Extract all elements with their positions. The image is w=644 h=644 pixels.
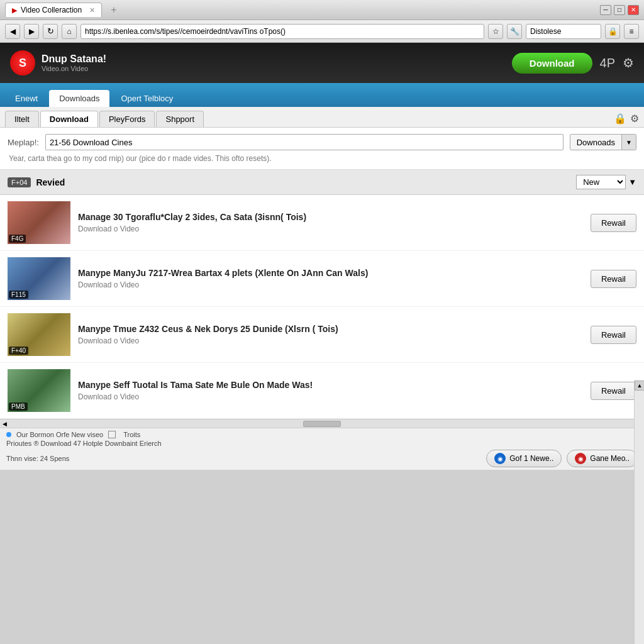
sub-tab-download[interactable]: Download <box>40 111 98 127</box>
status-dot <box>6 432 11 437</box>
header-right: Download 4P ⚙ <box>512 53 634 74</box>
sort-dropdown[interactable]: New Old Popular <box>576 175 626 189</box>
sub-tab-pleyFords[interactable]: PleyFords <box>99 111 155 127</box>
reward-button-3[interactable]: Rewail <box>591 326 636 344</box>
status-text-3: Thnn vise: 24 Spens <box>6 455 69 462</box>
tab-title: Video Colleraction <box>21 6 82 14</box>
status-text-1: Our Bormon Orfe New viseo <box>16 431 103 438</box>
thumb-badge-2: F115 <box>9 291 28 299</box>
status-checkbox[interactable] <box>108 431 116 438</box>
video-title-1: Manage 30 Tgoraflu*Clay 2 3ides, Ca Sata… <box>78 212 583 222</box>
table-row: PMB Manype Seff Tuotal Is Tama Sate Me B… <box>0 363 644 419</box>
h-scroll-left-btn[interactable]: ◀ <box>3 421 7 427</box>
thumb-badge-1: F4G <box>9 235 26 243</box>
bookmark-icon[interactable]: ☆ <box>488 24 503 39</box>
reward-button-4[interactable]: Rewail <box>591 382 636 400</box>
video-title-3: Manype Tmue Z432 Ceus & Nek Dorys 25 Dun… <box>78 324 583 334</box>
logo-icon: S <box>10 50 35 75</box>
video-action-3: Rewail <box>591 326 636 344</box>
sub-lock-icon[interactable]: 🔒 <box>614 113 626 125</box>
video-info-4: Manype Seff Tuotal Is Tama Sate Me Bule … <box>78 380 583 401</box>
video-thumbnail-1: F4G <box>8 201 70 244</box>
maximize-button[interactable]: □ <box>614 5 625 15</box>
playlist-input[interactable] <box>45 134 564 150</box>
app-name-sub: Video.on Video <box>42 65 106 72</box>
tab-opert[interactable]: Opert Telblocy <box>111 90 183 107</box>
refresh-button[interactable]: ↻ <box>43 24 58 39</box>
browser-titlebar: ▶ Video Colleraction ✕ + ─ □ ✕ <box>0 0 644 20</box>
new-tab-btn[interactable]: + <box>106 2 121 18</box>
minimize-button[interactable]: ─ <box>600 5 611 15</box>
titlebar-left: ▶ Video Colleraction ✕ + <box>5 2 122 18</box>
user-icon[interactable]: 4P <box>600 56 615 70</box>
scroll-track[interactable] <box>635 391 644 644</box>
results-sort: New Old Popular ▼ <box>576 175 636 189</box>
video-thumbnail-4: PMB <box>8 369 70 412</box>
playlist-label: Meplap!: <box>8 138 39 147</box>
lock-icon: 🔒 <box>605 24 620 39</box>
results-header-left: F+04 Revied <box>8 177 65 187</box>
status-btn-1-label: Gof 1 Newe.. <box>509 454 553 463</box>
playlist-dropdown-arrow[interactable]: ▼ <box>621 135 636 150</box>
horizontal-scrollbar[interactable]: ◀ ▶ <box>0 419 644 428</box>
video-info-2: Manype ManyJu 7217-Wrea Bartax 4 plets (… <box>78 268 583 289</box>
logo-text: S <box>19 57 26 70</box>
tab-icon: ▶ <box>12 6 17 14</box>
status-text-2: Prioutes ® Download 47 Hotple Downbaint … <box>6 440 162 447</box>
video-title-2: Manype ManyJu 7217-Wrea Bartax 4 plets (… <box>78 268 583 278</box>
video-thumbnail-2: F115 <box>8 257 70 300</box>
tab-enewt[interactable]: Enewt <box>5 90 48 107</box>
sub-tab-iltelt[interactable]: Iltelt <box>5 111 39 127</box>
app-logo: S Dnup Satana! Video.on Video <box>10 50 106 75</box>
status-row-2: Prioutes ® Download 47 Hotple Downbaint … <box>6 440 638 447</box>
app-header: S Dnup Satana! Video.on Video Download 4… <box>0 43 644 83</box>
scroll-up-button[interactable]: ▲ <box>635 380 644 391</box>
sub-tab-shpport[interactable]: Shpport <box>156 111 204 127</box>
table-row: F+40 Manype Tmue Z432 Ceus & Nek Dorys 2… <box>0 307 644 363</box>
window-controls: ─ □ ✕ <box>600 5 639 15</box>
app-name-main: Dnup Satana! <box>42 53 106 65</box>
sub-settings-icon[interactable]: ⚙ <box>630 113 639 125</box>
reward-button-2[interactable]: Rewail <box>591 270 636 288</box>
close-button[interactable]: ✕ <box>628 5 639 15</box>
menu-icon[interactable]: ≡ <box>624 24 639 39</box>
content-description: Year, carta thea go to my cod rnip) our … <box>8 154 636 163</box>
status-bar: Our Bormon Orfe New viseo Troits Prioute… <box>0 428 644 470</box>
back-button[interactable]: ◀ <box>5 24 20 39</box>
video-list: F4G Manage 30 Tgoraflu*Clay 2 3ides, Ca … <box>0 195 644 419</box>
browser-tab[interactable]: ▶ Video Colleraction ✕ <box>5 3 102 17</box>
extensions-icon[interactable]: 🔧 <box>507 24 522 39</box>
sub-nav: Iltelt Download PleyFords Shpport 🔒 ⚙ <box>0 107 644 128</box>
tab-close-icon[interactable]: ✕ <box>89 6 95 14</box>
browser-toolbar: ◀ ▶ ↻ ⌂ ☆ 🔧 🔒 ≡ <box>0 20 644 43</box>
main-download-button[interactable]: Download <box>512 53 592 74</box>
forward-button[interactable]: ▶ <box>24 24 39 39</box>
video-subtitle-1: Download o Video <box>78 225 583 233</box>
status-btn-2[interactable]: ◉ Gane Meo.. <box>567 450 638 467</box>
h-scroll-thumb[interactable] <box>303 421 341 427</box>
vertical-scrollbar[interactable]: ▲ ▼ <box>634 380 644 644</box>
video-action-1: Rewail <box>591 214 636 232</box>
settings-icon[interactable]: ⚙ <box>623 55 634 70</box>
playlist-dropdown[interactable]: Downoads ▼ <box>570 134 636 150</box>
status-btn-2-label: Gane Meo.. <box>590 454 630 463</box>
video-action-4: Rewail <box>591 382 636 400</box>
secondary-search[interactable] <box>526 24 601 39</box>
status-checkbox-label: Troits <box>123 431 140 438</box>
home-button[interactable]: ⌂ <box>62 24 77 39</box>
video-action-2: Rewail <box>591 270 636 288</box>
reward-button-1[interactable]: Rewail <box>591 214 636 232</box>
status-btn-1[interactable]: ◉ Gof 1 Newe.. <box>486 450 562 467</box>
status-buttons: ◉ Gof 1 Newe.. ◉ Gane Meo.. <box>486 450 638 467</box>
results-header: F+04 Revied New Old Popular ▼ <box>0 170 644 195</box>
video-title-4: Manype Seff Tuotal Is Tama Sate Me Bule … <box>78 380 583 390</box>
tab-downloads[interactable]: Downloads <box>49 90 109 107</box>
playlist-dropdown-button[interactable]: Downoads <box>570 135 621 150</box>
thumb-badge-3: F+40 <box>9 347 28 355</box>
btn-icon-blue: ◉ <box>494 453 506 464</box>
thumb-badge-4: PMB <box>9 402 28 411</box>
btn-icon-red: ◉ <box>575 453 586 464</box>
address-bar[interactable] <box>80 24 484 39</box>
status-bar-bottom: Thnn vise: 24 Spens ◉ Gof 1 Newe.. ◉ Gan… <box>6 450 638 467</box>
main-nav: Enewt Downloads Opert Telblocy <box>0 83 644 107</box>
